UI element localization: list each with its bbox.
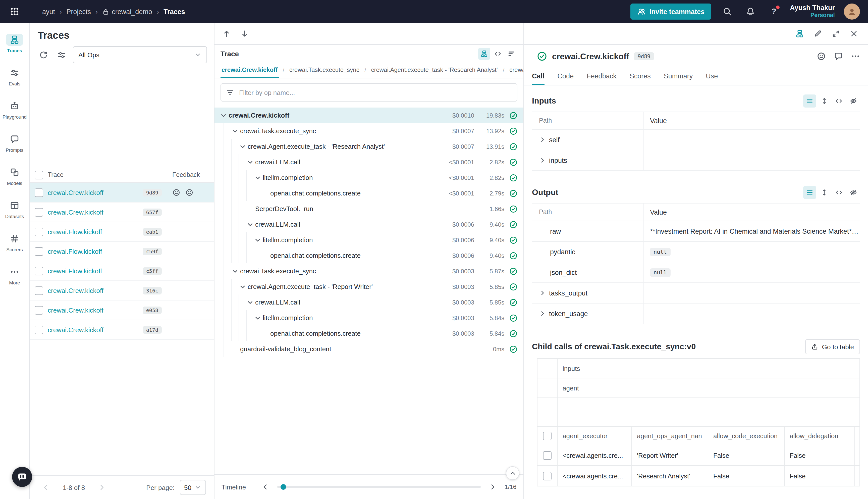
thumbs-down-emoji-icon[interactable] — [185, 188, 194, 196]
tree-row[interactable]: crewai.Crew.kickoff $0.001019.83s — [214, 108, 523, 123]
kv-row[interactable]: inputs — [532, 150, 860, 171]
tree-row[interactable]: crewai.Task.execute_sync $0.000713.92s — [214, 123, 523, 139]
tree-row[interactable]: crewai.Task.execute_sync $0.00035.87s — [214, 263, 523, 279]
row-checkbox[interactable] — [543, 472, 551, 480]
collapse-caret-icon[interactable] — [246, 158, 254, 166]
comment-icon[interactable] — [834, 52, 843, 61]
row-checkbox[interactable] — [34, 325, 43, 334]
table-row[interactable]: <crewai.agents.cre... 'Report Writer' Fa… — [537, 445, 859, 466]
trace-link[interactable]: crewai.Crew.kickoff — [48, 208, 103, 216]
split-view-button[interactable] — [793, 27, 807, 41]
sidebar-item-models[interactable]: Models — [0, 161, 29, 191]
tree-row[interactable]: SerperDevTool._run 1.66s — [214, 201, 523, 217]
collapse-caret-icon[interactable] — [254, 174, 262, 182]
kv-row[interactable]: raw **Investment Report: AI in Chemical … — [532, 221, 860, 242]
collapse-caret-icon[interactable] — [231, 127, 239, 135]
next-page-button[interactable] — [96, 482, 108, 494]
per-page-select[interactable]: 50 — [179, 480, 206, 495]
table-row[interactable]: crewai.Crew.kickoffe058 — [30, 301, 214, 320]
collapse-caret-icon[interactable] — [239, 143, 247, 150]
collapse-caret-icon[interactable] — [254, 314, 262, 322]
op-filter-input[interactable] — [221, 83, 517, 101]
hide-values-button[interactable] — [847, 186, 860, 199]
select-all-checkbox[interactable] — [34, 171, 43, 179]
row-checkbox[interactable] — [34, 267, 43, 275]
invite-teammates-button[interactable]: Invite teammates — [630, 3, 711, 20]
tree-row[interactable]: litellm.completion $0.00069.40s — [214, 232, 523, 248]
select-all-checkbox[interactable] — [543, 431, 551, 440]
tree-row[interactable]: guardrail-validate_blog_content 0ms — [214, 341, 523, 357]
row-checkbox[interactable] — [34, 247, 43, 256]
view-list-button[interactable] — [803, 95, 816, 108]
table-row[interactable]: <crewai.agents.cre... 'Research Analyst'… — [537, 466, 859, 486]
path-tab[interactable]: crewai.LLM.cal — [508, 63, 523, 78]
timeline-slider-handle[interactable] — [281, 484, 286, 490]
timeline-next-button[interactable] — [485, 480, 499, 494]
expand-chevron-icon[interactable] — [539, 310, 546, 317]
trace-link[interactable]: crewai.Crew.kickoff — [48, 306, 103, 314]
path-tab[interactable]: crewai.Task.execute_sync — [288, 63, 360, 78]
row-checkbox[interactable] — [34, 286, 43, 295]
tab-code[interactable]: Code — [558, 68, 574, 85]
table-row[interactable]: crewai.Crew.kickoff9d89 — [30, 183, 214, 203]
trace-link[interactable]: crewai.Flow.kickoff — [48, 228, 102, 235]
sidebar-item-scorers[interactable]: Scorers — [0, 227, 29, 257]
path-tab[interactable]: crewai.Agent.execute_task - 'Research An… — [370, 63, 498, 78]
collapse-caret-icon[interactable] — [246, 298, 254, 306]
breadcrumb-entity[interactable]: ayut — [42, 8, 55, 15]
tree-row[interactable]: crewai.Agent.execute_task - 'Report Writ… — [214, 279, 523, 294]
kv-row[interactable]: self — [532, 130, 860, 150]
tree-row[interactable]: openai.chat.completions.create $0.00069.… — [214, 248, 523, 263]
trace-link[interactable]: crewai.Flow.kickoff — [48, 247, 102, 255]
tree-row[interactable]: crewai.LLM.call <$0.00012.82s — [214, 154, 523, 170]
op-filter-text-field[interactable] — [238, 88, 512, 97]
table-row[interactable]: crewai.Flow.kickoffc59f — [30, 242, 214, 261]
table-row[interactable]: crewai.Crew.kickoff316c — [30, 281, 214, 301]
view-code-button[interactable] — [832, 95, 845, 108]
trace-link[interactable]: crewai.Crew.kickoff — [48, 189, 103, 196]
wandb-logo[interactable] — [0, 7, 29, 16]
sidebar-item-prompts[interactable]: Prompts — [0, 127, 29, 158]
kv-row[interactable]: json_dict null — [532, 262, 860, 283]
collapse-timeline-button[interactable] — [506, 466, 519, 480]
ops-filter-select[interactable]: All Ops — [73, 46, 207, 63]
notifications-button[interactable] — [744, 4, 758, 19]
tab-use[interactable]: Use — [706, 68, 718, 85]
close-panel-button[interactable] — [847, 27, 861, 41]
tree-row[interactable]: litellm.completion $0.00035.84s — [214, 310, 523, 326]
thumbs-up-emoji-icon[interactable] — [172, 188, 180, 196]
collapse-caret-icon[interactable] — [254, 236, 262, 244]
kv-row[interactable]: pydantic null — [532, 242, 860, 262]
overflow-menu-icon[interactable] — [851, 52, 860, 61]
help-button[interactable]: ? — [767, 4, 781, 19]
tree-row[interactable]: crewai.LLM.call $0.00069.40s — [214, 217, 523, 232]
filter-settings-button[interactable] — [55, 48, 68, 61]
tree-row[interactable]: openai.chat.completions.create <$0.00012… — [214, 185, 523, 201]
view-list-button[interactable] — [803, 186, 816, 199]
trace-link[interactable]: crewai.Crew.kickoff — [48, 326, 103, 333]
tab-summary[interactable]: Summary — [664, 68, 693, 85]
row-checkbox[interactable] — [34, 227, 43, 236]
tree-row[interactable]: crewai.LLM.call $0.00035.85s — [214, 294, 523, 310]
row-checkbox[interactable] — [34, 208, 43, 216]
table-row[interactable]: crewai.Flow.kickoffc5ff — [30, 261, 214, 281]
breadcrumb-project[interactable]: crewai_demo — [102, 8, 152, 15]
view-code-button[interactable] — [832, 186, 845, 199]
flame-view-button[interactable] — [505, 48, 517, 60]
table-row[interactable]: crewai.Flow.kickoffeab1 — [30, 222, 214, 242]
expand-all-button[interactable] — [818, 95, 831, 108]
expand-chevron-icon[interactable] — [539, 290, 546, 296]
row-checkbox[interactable] — [34, 188, 43, 197]
tree-row[interactable]: litellm.completion <$0.00012.82s — [214, 170, 523, 185]
hide-values-button[interactable] — [847, 95, 860, 108]
kv-row[interactable]: tasks_output — [532, 283, 860, 304]
code-view-button[interactable] — [492, 48, 504, 60]
expand-all-button[interactable] — [818, 186, 831, 199]
trace-link[interactable]: crewai.Crew.kickoff — [48, 287, 103, 294]
go-to-table-button[interactable]: Go to table — [805, 339, 860, 354]
sidebar-item-datasets[interactable]: Datasets — [0, 194, 29, 224]
row-checkbox[interactable] — [34, 306, 43, 314]
tree-view-button[interactable] — [478, 48, 490, 60]
breadcrumb-projects[interactable]: Projects — [66, 8, 91, 15]
sidebar-item-more[interactable]: More — [0, 260, 29, 291]
